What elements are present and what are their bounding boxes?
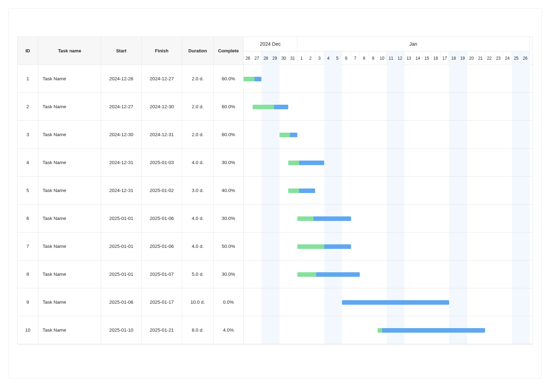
cell-duration[interactable]: 4.0 d. [182, 205, 214, 232]
gantt-day-bg [369, 232, 378, 260]
cell-finish[interactable]: 2025-01-06 [142, 232, 182, 260]
cell-name[interactable]: Task Name [38, 260, 101, 288]
cell-id[interactable]: 1 [17, 65, 38, 93]
gantt-day-bg [396, 260, 405, 288]
cell-duration[interactable]: 2.0 d. [182, 65, 214, 93]
cell-name[interactable]: Task Name [38, 149, 101, 177]
col-header-finish[interactable]: Finish [142, 37, 182, 65]
cell-name[interactable]: Task Name [38, 205, 101, 232]
gantt-day-bg [270, 316, 280, 344]
table-row[interactable]: 9Task Name2025-01-062025-01-1710.0 d.0.0… [17, 288, 243, 316]
cell-id[interactable]: 7 [17, 232, 38, 260]
cell-start[interactable]: 2024-12-26 [101, 65, 142, 93]
cell-finish[interactable]: 2025-01-02 [142, 177, 182, 205]
cell-complete[interactable]: 30.0% [214, 149, 244, 177]
gantt-task-bar[interactable] [378, 328, 485, 333]
cell-start[interactable]: 2024-12-31 [101, 149, 142, 177]
cell-duration[interactable]: 4.0 d. [182, 149, 214, 177]
gantt-day-bg [324, 121, 333, 148]
cell-name[interactable]: Task Name [38, 177, 101, 205]
gantt-task-bar[interactable] [288, 161, 324, 165]
gantt-day-bg [503, 260, 512, 288]
col-header-duration[interactable]: Duration [182, 37, 214, 65]
cell-finish[interactable]: 2025-01-03 [142, 149, 182, 177]
gantt-chart: ID Task name Start Finish Duration Compl… [17, 37, 533, 345]
gantt-day-bg [280, 149, 289, 176]
cell-start[interactable]: 2025-01-10 [101, 316, 142, 344]
cell-finish[interactable]: 2024-12-27 [142, 65, 182, 93]
cell-start[interactable]: 2025-01-01 [101, 232, 142, 260]
cell-finish[interactable]: 2025-01-17 [142, 288, 182, 316]
cell-duration[interactable]: 5.0 d. [182, 260, 214, 288]
cell-id[interactable]: 9 [17, 288, 38, 316]
cell-start[interactable]: 2025-01-01 [101, 205, 142, 232]
cell-name[interactable]: Task Name [38, 316, 101, 344]
col-header-name[interactable]: Task name [38, 37, 101, 65]
cell-finish[interactable]: 2025-01-06 [142, 205, 182, 232]
table-row[interactable]: 3Task Name2024-12-302024-12-312.0 d.60.0… [17, 121, 243, 149]
cell-name[interactable]: Task Name [38, 121, 101, 149]
cell-name[interactable]: Task Name [38, 65, 101, 93]
gantt-task-bar[interactable] [244, 77, 261, 81]
gantt-task-bar[interactable] [342, 300, 449, 305]
cell-finish[interactable]: 2025-01-21 [142, 316, 182, 344]
cell-complete[interactable]: 4.0% [214, 316, 244, 344]
gantt-task-bar[interactable] [288, 188, 315, 193]
cell-complete[interactable]: 30.0% [214, 260, 244, 288]
cell-finish[interactable]: 2025-01-07 [142, 260, 182, 288]
cell-complete[interactable]: 50.0% [214, 232, 244, 260]
cell-id[interactable]: 6 [17, 205, 38, 232]
cell-complete[interactable]: 60.0% [214, 121, 244, 149]
gantt-task-bar[interactable] [297, 216, 351, 221]
cell-id[interactable]: 5 [17, 177, 38, 205]
gantt-day-bg [315, 316, 324, 344]
cell-name[interactable]: Task Name [38, 232, 101, 260]
gantt-task-progress [378, 328, 382, 333]
gantt-task-bar[interactable] [297, 272, 360, 277]
table-row[interactable]: 10Task Name2025-01-102025-01-218.0 d.4.0… [17, 316, 243, 344]
gantt-task-bar[interactable] [297, 244, 351, 249]
timeline-day: 2 [306, 51, 315, 65]
cell-name[interactable]: Task Name [38, 93, 101, 121]
cell-start[interactable]: 2024-12-31 [101, 177, 142, 205]
cell-start[interactable]: 2025-01-06 [101, 288, 142, 316]
cell-complete[interactable]: 0.0% [214, 288, 244, 316]
gantt-task-bar[interactable] [280, 133, 297, 137]
cell-name[interactable]: Task Name [38, 288, 101, 316]
cell-duration[interactable]: 4.0 d. [182, 232, 214, 260]
gantt-day-bg [449, 205, 458, 232]
table-row[interactable]: 6Task Name2025-01-012025-01-064.0 d.30.0… [17, 205, 243, 232]
cell-finish[interactable]: 2024-12-30 [142, 93, 182, 121]
gantt-day-bg [369, 93, 378, 120]
gantt-day-bg [503, 316, 512, 344]
gantt-task-bar[interactable] [253, 105, 289, 109]
cell-complete[interactable]: 40.0% [214, 177, 244, 205]
cell-finish[interactable]: 2024-12-31 [142, 121, 182, 149]
cell-id[interactable]: 10 [17, 316, 38, 344]
cell-id[interactable]: 8 [17, 260, 38, 288]
table-row[interactable]: 8Task Name2025-01-012025-01-075.0 d.30.0… [17, 260, 243, 288]
cell-start[interactable]: 2024-12-30 [101, 121, 142, 149]
cell-complete[interactable]: 60.0% [214, 93, 244, 121]
cell-start[interactable]: 2024-12-27 [101, 93, 142, 121]
table-row[interactable]: 4Task Name2024-12-312025-01-034.0 d.30.0… [17, 149, 243, 177]
cell-complete[interactable]: 60.0% [214, 65, 244, 93]
table-row[interactable]: 7Task Name2025-01-012025-01-064.0 d.50.0… [17, 232, 243, 260]
col-header-start[interactable]: Start [101, 37, 142, 65]
cell-id[interactable]: 4 [17, 149, 38, 177]
cell-duration[interactable]: 2.0 d. [182, 93, 214, 121]
cell-id[interactable]: 3 [17, 121, 38, 149]
cell-duration[interactable]: 8.0 d. [182, 316, 214, 344]
table-row[interactable]: 1Task Name2024-12-262024-12-272.0 d.60.0… [17, 65, 243, 93]
cell-start[interactable]: 2025-01-01 [101, 260, 142, 288]
gantt-day-bg [467, 65, 476, 93]
cell-complete[interactable]: 30.0% [214, 205, 244, 232]
cell-duration[interactable]: 10.0 d. [182, 288, 214, 316]
col-header-complete[interactable]: Complete [214, 37, 244, 65]
cell-duration[interactable]: 3.0 d. [182, 177, 214, 205]
cell-duration[interactable]: 2.0 d. [182, 121, 214, 149]
col-header-id[interactable]: ID [17, 37, 38, 65]
table-row[interactable]: 2Task Name2024-12-272024-12-302.0 d.60.0… [17, 93, 243, 121]
cell-id[interactable]: 2 [17, 93, 38, 121]
table-row[interactable]: 5Task Name2024-12-312025-01-023.0 d.40.0… [17, 177, 243, 205]
